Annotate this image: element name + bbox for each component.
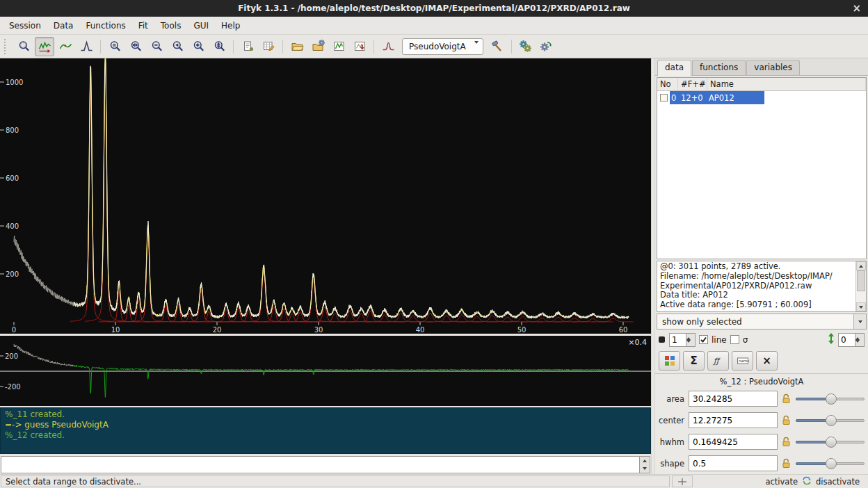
data-shift-icon (828, 333, 835, 346)
command-input[interactable] (1, 456, 640, 473)
dataset-row[interactable]: 0 12+0 AP012 (657, 91, 866, 104)
mode-add-peak-button[interactable] (77, 37, 96, 56)
column-header-name[interactable]: Name (707, 78, 866, 90)
history-up-icon[interactable] (640, 457, 650, 465)
peak-icon (80, 40, 93, 53)
data-shift-spinner[interactable] (838, 333, 865, 347)
param-center-input[interactable] (689, 412, 778, 428)
run-fit-icon (519, 40, 532, 53)
column-header-f[interactable]: #F+# (678, 78, 707, 90)
zoom-previous-button[interactable] (168, 37, 187, 56)
execute-script-button[interactable] (308, 37, 328, 56)
main-plot[interactable]: 20040060080010000102030405060 (0, 58, 651, 334)
slider-knob[interactable] (826, 393, 837, 405)
copy-function-button[interactable]: ƒƒ (707, 351, 729, 371)
param-area-input[interactable] (689, 391, 778, 407)
scroll-thumb[interactable] (857, 270, 865, 291)
rename-button[interactable]: name (732, 351, 753, 371)
swap-icon[interactable] (802, 476, 812, 487)
auxiliary-plot[interactable]: 200-200×0.4 (0, 336, 651, 406)
svg-text:1000: 1000 (6, 79, 23, 86)
zoom-all-button[interactable] (105, 37, 124, 56)
param-shape-lock[interactable] (782, 458, 791, 469)
param-area-slider[interactable] (796, 393, 865, 405)
save-image-button[interactable] (350, 37, 369, 56)
open-data-button[interactable] (287, 37, 307, 56)
menubar: Session Data Functions Fit Tools GUI Hel… (0, 17, 868, 35)
undo-fit-button[interactable] (537, 37, 556, 56)
sum-formula-button[interactable]: Σ (683, 351, 705, 371)
menu-tools[interactable]: Tools (154, 18, 188, 33)
settings-button[interactable] (238, 37, 257, 56)
param-hwhm-lock[interactable] (782, 437, 791, 447)
menu-session[interactable]: Session (3, 18, 47, 33)
param-center-slider[interactable] (796, 414, 865, 427)
zoom-prev-icon (171, 40, 184, 53)
info-scrollbar[interactable] (855, 261, 866, 311)
function-type-select[interactable]: PseudoVoigtA (402, 38, 483, 55)
param-row-area: area (655, 388, 868, 409)
slider-knob[interactable] (826, 458, 837, 469)
menu-functions[interactable]: Functions (79, 18, 131, 33)
mode-zoom-button[interactable] (14, 37, 33, 56)
delete-button[interactable]: × (756, 351, 778, 371)
param-shape-input[interactable] (689, 455, 778, 471)
scroll-up-icon[interactable] (856, 261, 866, 270)
load-session-button[interactable] (329, 37, 348, 56)
run-fit-button[interactable] (516, 37, 536, 56)
dataset-list: No #F+# Name 0 12+0 AP012 (657, 77, 867, 259)
point-size-spinner[interactable] (669, 333, 696, 347)
column-header-no[interactable]: No (657, 78, 678, 90)
svg-text:50: 50 (517, 326, 527, 334)
slider-knob[interactable] (826, 415, 837, 426)
param-shape-slider[interactable] (796, 457, 865, 470)
define-function-button[interactable] (488, 37, 507, 56)
tab-data[interactable]: data (657, 60, 691, 76)
param-hwhm-slider[interactable] (796, 436, 865, 448)
zoom-out-button[interactable] (147, 37, 166, 56)
exec-script-icon (312, 40, 325, 53)
data-shift-input[interactable] (838, 333, 855, 347)
filter-value: show only selected (662, 317, 742, 327)
toolbar-grip[interactable] (4, 39, 10, 54)
mode-data-range-button[interactable] (35, 37, 54, 56)
menu-data[interactable]: Data (47, 18, 80, 33)
menu-help[interactable]: Help (215, 18, 246, 33)
param-area-lock[interactable] (782, 393, 791, 404)
line-checkbox[interactable] (699, 335, 708, 344)
dataset-info-box: @0: 3011 points, 2789 active. Filename: … (657, 261, 867, 312)
menu-gui[interactable]: GUI (187, 18, 215, 33)
zoom-h-icon (129, 40, 143, 53)
disactivate-label[interactable]: disactivate (816, 477, 860, 487)
slider-knob[interactable] (826, 437, 837, 448)
status-coords-button[interactable] (672, 475, 693, 487)
data-editor-button[interactable] (259, 37, 278, 56)
scroll-down-icon[interactable] (856, 302, 866, 311)
param-hwhm-input[interactable] (689, 434, 778, 450)
auto-guess-peak-button[interactable] (378, 37, 398, 56)
activate-label[interactable]: activate (765, 477, 798, 487)
tab-functions[interactable]: functions (692, 60, 746, 75)
param-label-center: center (657, 416, 684, 425)
sigma-checkbox[interactable] (730, 335, 739, 344)
mode-baseline-button[interactable] (56, 37, 75, 56)
function-filter-dropdown[interactable]: show only selected (657, 314, 867, 330)
console-line: =-> guess PseudoVoigtA (5, 420, 646, 430)
dataset-row-selection[interactable]: 0 12+0 AP012 (670, 91, 764, 104)
close-icon: × (762, 355, 771, 367)
history-down-icon[interactable] (640, 465, 650, 473)
menu-fit[interactable]: Fit (132, 18, 154, 33)
point-size-input[interactable] (669, 333, 686, 347)
close-icon[interactable]: × (852, 0, 861, 17)
data-table-button[interactable] (659, 351, 680, 371)
guess-peak-icon (382, 40, 395, 53)
status-text: Select data range to disactivate... (6, 477, 141, 487)
param-center-lock[interactable] (782, 415, 791, 425)
zoom-in-button[interactable] (188, 37, 208, 56)
dataset-color-swatch[interactable] (660, 94, 668, 101)
command-history-spinner[interactable] (640, 456, 650, 473)
zoom-vertical-button[interactable] (209, 37, 229, 56)
tab-variables[interactable]: variables (746, 60, 800, 75)
zoom-horizontal-button[interactable] (126, 37, 145, 56)
chevron-down-icon[interactable] (853, 314, 866, 329)
